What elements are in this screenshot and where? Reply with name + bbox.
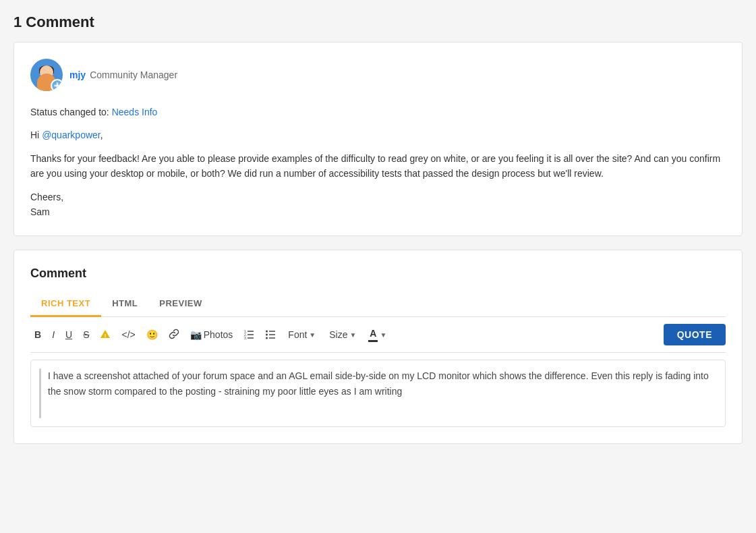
unordered-list-icon	[265, 329, 276, 341]
emoji-icon: 🙂	[146, 329, 158, 340]
ordered-list-icon: 1. 2. 3.	[243, 329, 254, 341]
reply-box: Comment RICH TEXT HTML PREVIEW B I U S !…	[13, 250, 743, 444]
author-info: mjy Community Manager	[69, 69, 177, 80]
comment-card: mjy Community Manager Status changed to:…	[13, 42, 743, 236]
tab-preview[interactable]: PREVIEW	[148, 291, 212, 317]
strikethrough-button[interactable]: S	[79, 327, 93, 343]
tab-bar: RICH TEXT HTML PREVIEW	[30, 291, 726, 317]
reply-title: Comment	[30, 266, 726, 281]
body-paragraph: Thanks for your feedback! Are you able t…	[30, 151, 726, 181]
mention-link[interactable]: @quarkpower	[42, 130, 100, 140]
editor-toolbar: B I U S ! </> 🙂	[30, 317, 726, 353]
color-icon: A	[368, 328, 378, 342]
emoji-button[interactable]: 🙂	[142, 327, 162, 343]
author-role: Community Manager	[90, 69, 177, 80]
size-chevron-icon: ▼	[349, 331, 356, 339]
warning-icon: !	[100, 329, 111, 341]
svg-point-3	[54, 85, 57, 87]
tab-rich-text[interactable]: RICH TEXT	[30, 291, 101, 317]
link-icon	[169, 329, 179, 341]
status-line: Status changed to: Needs Info	[30, 105, 726, 119]
svg-text:!: !	[105, 333, 107, 339]
underline-button[interactable]: U	[61, 327, 76, 343]
format-warning-button[interactable]: !	[96, 326, 115, 344]
comment-header: mjy Community Manager	[30, 59, 726, 91]
photos-button[interactable]: 📷 Photos	[186, 327, 237, 343]
italic-button[interactable]: I	[48, 327, 59, 343]
font-chevron-icon: ▼	[309, 331, 316, 339]
link-button[interactable]	[165, 326, 183, 344]
comment-body: Status changed to: Needs Info Hi @quarkp…	[30, 105, 726, 219]
ordered-list-button[interactable]: 1. 2. 3.	[239, 326, 258, 344]
color-chevron-icon: ▼	[380, 331, 386, 339]
sign-off: Cheers, Sam	[30, 190, 726, 220]
greeting-line: Hi @quarkpower,	[30, 128, 726, 142]
code-button[interactable]: </>	[117, 327, 139, 343]
quote-button[interactable]: QUOTE	[664, 324, 726, 345]
camera-icon: 📷	[190, 329, 202, 340]
svg-point-15	[266, 333, 268, 335]
unordered-list-button[interactable]	[261, 326, 280, 344]
editor-area[interactable]: I have a screenshot attached of your for…	[30, 360, 726, 427]
svg-point-4	[58, 85, 61, 87]
size-dropdown[interactable]: Size ▼	[324, 327, 361, 343]
svg-text:3.: 3.	[244, 336, 247, 339]
author-name[interactable]: mjy	[69, 69, 86, 80]
color-button[interactable]: A ▼	[364, 325, 390, 345]
font-dropdown[interactable]: Font ▼	[283, 327, 321, 343]
svg-point-2	[57, 86, 59, 89]
svg-point-13	[266, 330, 268, 332]
editor-border	[39, 368, 41, 418]
status-link[interactable]: Needs Info	[112, 107, 158, 117]
bold-button[interactable]: B	[30, 327, 45, 343]
svg-point-1	[57, 82, 59, 85]
avatar	[30, 59, 63, 91]
badge-icon	[51, 79, 63, 91]
editor-content[interactable]: I have a screenshot attached of your for…	[48, 368, 717, 418]
page-title: 1 Comment	[13, 13, 743, 31]
tab-html[interactable]: HTML	[101, 291, 148, 317]
svg-point-17	[266, 337, 268, 339]
